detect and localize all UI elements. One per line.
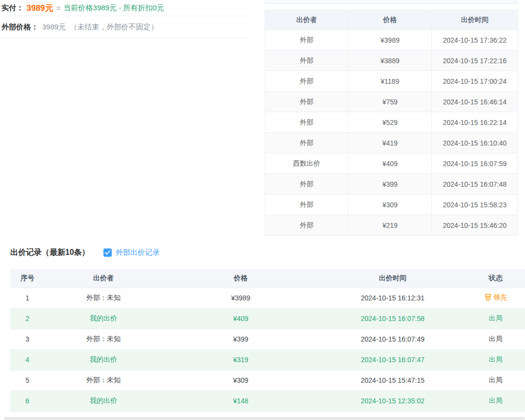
bidder-cell: 外部：未知 xyxy=(45,329,162,349)
time-cell: 2024-10-15 15:58:23 xyxy=(432,195,518,215)
bidder-cell: 外部 xyxy=(265,92,349,112)
table-row-my-bid: 6 我的出价 ¥148 2024-10-15 12:35:02 出局 xyxy=(10,391,525,411)
col-header-price: 价格 xyxy=(349,10,432,30)
col-header-time: 出价时间 xyxy=(319,269,466,288)
price-cell: ¥399 xyxy=(162,329,319,349)
payment-summary: 实付： 3989元 = 当前价格3989元 - 所有折扣0元 外部价格： 398… xyxy=(0,0,250,38)
external-bids-checkbox-label[interactable]: 外部出价记录 xyxy=(116,248,160,257)
index-cell: 5 xyxy=(10,370,45,391)
time-cell: 2024-10-15 16:46:14 xyxy=(432,92,518,112)
table-row: 3 外部：未知 ¥399 2024-10-15 16:07:49 出局 xyxy=(10,329,525,349)
bidder-cell: 外部：未知 xyxy=(45,288,162,308)
external-price-value: 3989元 xyxy=(42,23,66,32)
price-cell: ¥3989 xyxy=(162,288,319,308)
col-header-status: 状态 xyxy=(466,269,525,288)
price-cell: ¥399 xyxy=(349,174,432,195)
bidder-cell: 外部 xyxy=(265,133,349,153)
equals-sign: = xyxy=(56,4,61,12)
table-row: 外部 ¥3989 2024-10-15 17:36:22 xyxy=(265,30,518,50)
index-cell: 2 xyxy=(10,308,45,329)
table-row: 5 外部：未知 ¥309 2024-10-15 15:47:15 出局 xyxy=(10,370,525,391)
external-bids-checkbox[interactable] xyxy=(103,248,112,257)
actual-payment-label: 实付： xyxy=(1,3,24,13)
status-leading-badge: 1 领先 xyxy=(484,293,507,302)
actual-payment-amount: 3989元 xyxy=(26,2,53,14)
horizontal-scrollbar[interactable] xyxy=(4,417,525,420)
time-cell: 2024-10-15 16:22:14 xyxy=(432,112,518,133)
table-row: 外部 ¥759 2024-10-15 16:46:14 xyxy=(265,92,518,112)
col-header-index: 序号 xyxy=(10,269,45,288)
table-row: 外部 ¥1189 2024-10-15 17:00:24 xyxy=(265,71,518,92)
bid-records-table: 序号 出价者 价格 出价时间 状态 1 外部：未知 ¥3989 2024-10-… xyxy=(10,269,525,412)
price-cell: ¥319 xyxy=(162,349,319,370)
table-row-my-bid: 2 我的出价 ¥409 2024-10-15 16:07:58 出局 xyxy=(10,308,525,329)
bid-records-title: 出价记录（最新10条） xyxy=(10,247,90,258)
index-cell: 4 xyxy=(10,349,45,370)
price-cell: ¥409 xyxy=(162,308,319,329)
price-formula: 当前价格3989元 - 所有折扣0元 xyxy=(64,3,164,13)
bidder-cell: 我的出价 xyxy=(45,308,162,329)
bidder-cell: 外部 xyxy=(265,195,349,215)
price-cell: ¥759 xyxy=(349,92,432,112)
status-cell: 出局 xyxy=(466,391,525,411)
index-cell: 1 xyxy=(10,288,45,308)
price-cell: ¥219 xyxy=(349,215,432,236)
price-cell: ¥309 xyxy=(162,370,319,391)
table-row: 外部 ¥419 2024-10-15 16:10:40 xyxy=(265,133,518,153)
status-cell: 出局 xyxy=(466,349,525,370)
table-row-my-bid: 4 我的出价 ¥319 2024-10-15 16:07:47 出局 xyxy=(10,349,525,370)
status-cell: 出局 xyxy=(466,308,525,329)
bidder-cell: 外部 xyxy=(265,215,349,236)
col-header-time: 出价时间 xyxy=(432,10,518,30)
bidder-cell: 外部 xyxy=(265,174,349,195)
medal-first-icon: 1 xyxy=(484,294,492,301)
status-text: 领先 xyxy=(494,293,507,302)
bid-records-header-row: 序号 出价者 价格 出价时间 状态 xyxy=(10,269,525,288)
time-cell: 2024-10-15 16:07:58 xyxy=(319,308,466,329)
col-header-bidder: 出价者 xyxy=(265,10,349,30)
table-row: 西数出价 ¥409 2024-10-15 16:07:59 xyxy=(265,153,518,174)
table-row: 外部 ¥3889 2024-10-15 17:22:16 xyxy=(265,50,518,71)
price-cell: ¥1189 xyxy=(349,71,432,92)
bidder-cell: 我的出价 xyxy=(45,349,162,370)
table-row: 外部 ¥399 2024-10-15 16:07:48 xyxy=(265,174,518,195)
index-cell: 3 xyxy=(10,329,45,349)
bidder-cell: 外部：未知 xyxy=(45,370,162,391)
price-cell: ¥529 xyxy=(349,112,432,133)
time-cell: 2024-10-15 16:07:49 xyxy=(319,329,466,349)
time-cell: 2024-10-15 12:35:02 xyxy=(319,391,466,411)
bidder-cell: 外部 xyxy=(265,50,349,71)
status-cell: 1 领先 xyxy=(466,288,525,308)
price-cell: ¥3889 xyxy=(349,50,432,71)
status-cell: 出局 xyxy=(466,370,525,391)
price-cell: ¥148 xyxy=(162,391,319,411)
external-bids-header-row: 出价者 价格 出价时间 xyxy=(265,10,518,30)
time-cell: 2024-10-15 17:22:16 xyxy=(432,50,518,71)
time-cell: 2024-10-15 16:07:48 xyxy=(432,174,518,195)
time-cell: 2024-10-15 17:00:24 xyxy=(432,71,518,92)
bidder-cell: 外部 xyxy=(265,112,349,133)
price-cell: ¥309 xyxy=(349,195,432,215)
check-icon xyxy=(105,250,110,255)
external-price-label: 外部价格： xyxy=(1,23,38,32)
time-cell: 2024-10-15 16:07:59 xyxy=(432,153,518,174)
table-row: 外部 ¥309 2024-10-15 15:58:23 xyxy=(265,195,518,215)
cutoff-row-sliver xyxy=(265,0,518,4)
bid-records-header: 出价记录（最新10条） 外部出价记录 xyxy=(10,247,160,258)
time-cell: 2024-10-15 16:10:40 xyxy=(432,133,518,153)
external-bids-checkbox-group[interactable]: 外部出价记录 xyxy=(103,248,160,257)
external-price-note: （未结束，外部价不固定） xyxy=(70,23,158,32)
col-header-bidder: 出价者 xyxy=(45,269,162,288)
col-header-price: 价格 xyxy=(162,269,319,288)
table-row: 外部 ¥219 2024-10-15 15:46:20 xyxy=(265,215,518,236)
external-bids-table: 出价者 价格 出价时间 外部 ¥3989 2024-10-15 17:36:22… xyxy=(265,10,518,236)
status-cell: 出局 xyxy=(466,329,525,349)
bidder-cell: 我的出价 xyxy=(45,391,162,411)
price-cell: ¥3989 xyxy=(349,30,432,50)
time-cell: 2024-10-15 16:07:47 xyxy=(319,349,466,370)
bidder-cell: 西数出价 xyxy=(265,153,349,174)
price-cell: ¥419 xyxy=(349,133,432,153)
time-cell: 2024-10-15 15:46:20 xyxy=(432,215,518,236)
bidder-cell: 外部 xyxy=(265,30,349,50)
price-cell: ¥409 xyxy=(349,153,432,174)
